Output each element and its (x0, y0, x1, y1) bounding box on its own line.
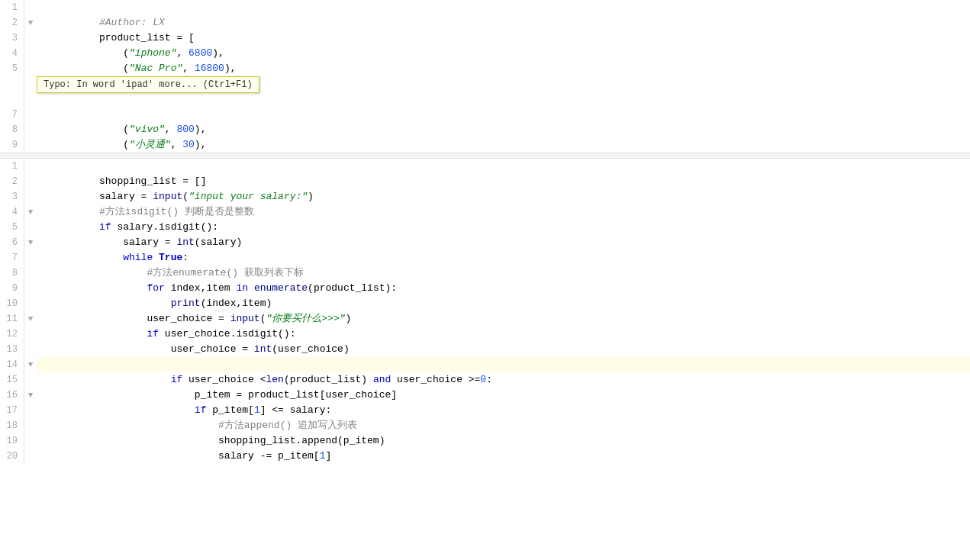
code-line: if p_item[1] <= salary: (37, 388, 970, 403)
typo-tooltip: Typo: In word 'ipad' more... (Ctrl+F1) (37, 76, 259, 93)
code-line: shopping_list.append(p_item) (37, 418, 970, 433)
code-line: for index,item in enumerate(product_list… (37, 266, 970, 281)
code-line: print(index,item) (37, 281, 970, 296)
code-line: ] (37, 137, 970, 153)
code-line: #方法len() 获取列表长度 (37, 342, 970, 357)
gutter-section2: ▼ ▼ ▼ ▼ ▼ (24, 159, 37, 464)
editor-container: 1 2 3 4 5 7 8 9 ▼ (0, 0, 970, 560)
code-line: if salary.isdigit(): (37, 204, 970, 220)
section-divider (0, 153, 970, 159)
code-line: user_choice = input("你要买什么>>>") (37, 296, 970, 311)
code-line: #方法enumerate() 获取列表下标 (37, 250, 970, 266)
code-line: salary -= p_item[1] (37, 433, 970, 449)
code-line: ("Nac Pro", 16800), (37, 46, 970, 61)
code-section-2: 1 2 3 4 5 6 7 8 9 10 11 12 13 14 15 16 1… (0, 159, 970, 464)
code-section-1: 1 2 3 4 5 7 8 9 ▼ (0, 0, 970, 153)
code-section2-lines[interactable]: shopping_list = [] salary = input("input… (37, 159, 970, 464)
code-line: #方法isdigit() 判断是否是整数 (37, 189, 970, 204)
code-line: user_choice = int(user_choice) (37, 327, 970, 342)
code-line: #Author: LX (37, 0, 970, 15)
code-line: product_list = [ (37, 15, 970, 31)
code-section1-lines[interactable]: #Author: LX product_list = [ ("iphone", … (37, 0, 970, 153)
code-line: if user_choice.isdigit(): (37, 311, 970, 327)
code-line: shopping_list = [] (37, 159, 970, 174)
code-line: salary = input("input your salary:") (37, 174, 970, 189)
code-line: salary = int(salary) (37, 220, 970, 235)
code-line: ("vivo", 800), (37, 107, 970, 122)
code-line: #\033[31;1m字符\033[0m 字符串高亮 31红色 (37, 449, 970, 464)
code-line: ("ipad", 2800), (37, 61, 970, 76)
code-line: #方法append() 追加写入列表 (37, 403, 970, 418)
gutter-section1: ▼ (24, 0, 37, 153)
line-numbers-section2: 1 2 3 4 5 6 7 8 9 10 11 12 13 14 15 16 1… (0, 159, 24, 464)
tooltip-area: Typo: In word 'ipad' more... (Ctrl+F1) (37, 76, 970, 107)
code-line: ("小灵通", 30), (37, 122, 970, 137)
code-line-highlighted: if user_choice <len(product_list) and us… (37, 357, 970, 372)
code-line: p_item = product_list[user_choice] (37, 372, 970, 388)
code-line: while True: (37, 235, 970, 250)
code-line: ("iphone", 6800), (37, 31, 970, 46)
line-numbers-section1: 1 2 3 4 5 7 8 9 (0, 0, 24, 153)
